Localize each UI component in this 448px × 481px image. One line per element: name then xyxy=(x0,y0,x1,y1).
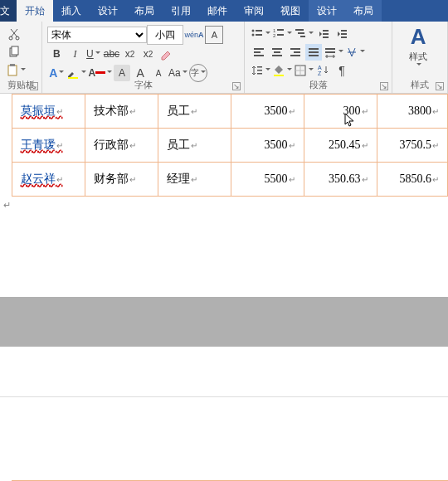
font-launcher-icon[interactable]: ↘ xyxy=(232,82,241,90)
svg-rect-31 xyxy=(294,51,300,53)
sort-button[interactable]: AZ xyxy=(315,62,332,79)
tab-home[interactable]: 开始 xyxy=(17,0,53,22)
cell-c1: 3500 xyxy=(265,138,288,151)
svg-rect-38 xyxy=(257,66,262,68)
cell-c3: 3800 xyxy=(408,104,431,117)
data-table-1[interactable]: 莫振垣↵ 技术部↵ 员工↵ 3500↵ 300↵ 3800↵ 王青瑗↵ 行政部↵… xyxy=(0,94,448,197)
svg-rect-25 xyxy=(254,51,261,53)
character-border-icon[interactable]: A xyxy=(205,26,223,44)
svg-rect-20 xyxy=(323,36,329,38)
borders-button[interactable] xyxy=(294,62,314,79)
numbering-button[interactable]: 12 xyxy=(272,26,292,42)
cell-c1: 5500 xyxy=(265,172,288,185)
group-clipboard: 剪贴板 ↘ xyxy=(0,22,42,93)
underline-button[interactable]: U xyxy=(85,46,101,62)
cell-c2: 350.63 xyxy=(329,172,361,185)
cell-c3: 5850.6 xyxy=(400,172,432,185)
menu-bar: 文件 开始 插入 设计 布局 引用 邮件 审阅 视图 设计 布局 xyxy=(0,0,448,22)
svg-rect-23 xyxy=(341,36,347,38)
tab-table-layout[interactable]: 布局 xyxy=(345,0,382,22)
table-row[interactable]: 王青瑗↵ 行政部↵ 员工↵ 3500↵ 250.45↵ 3750.5↵ xyxy=(0,129,448,163)
subscript-button[interactable]: x2 xyxy=(121,46,138,62)
svg-rect-32 xyxy=(290,55,300,56)
svg-rect-39 xyxy=(257,70,262,71)
svg-rect-26 xyxy=(254,55,264,56)
tab-table-design[interactable]: 设计 xyxy=(309,0,345,22)
svg-rect-3 xyxy=(12,46,18,55)
cell-title: 经理 xyxy=(167,172,190,185)
tab-design[interactable]: 设计 xyxy=(90,0,126,22)
svg-rect-14 xyxy=(277,34,284,36)
svg-rect-28 xyxy=(274,51,280,53)
svg-rect-40 xyxy=(257,73,262,75)
svg-rect-37 xyxy=(325,51,335,53)
cell-dept: 财务部 xyxy=(94,172,129,185)
strikethrough-button[interactable]: abc xyxy=(103,46,119,62)
tab-review[interactable]: 审阅 xyxy=(236,0,272,22)
styles-button[interactable]: A 样式 xyxy=(398,26,438,66)
paste-button[interactable] xyxy=(6,62,26,79)
table-row[interactable]: 赵云祥↵ 财务部↵ 经理↵ 5500↵ 350.63↵ 5850.6↵ xyxy=(0,163,448,197)
font-size-input[interactable] xyxy=(147,25,183,45)
svg-point-9 xyxy=(251,34,254,36)
svg-rect-17 xyxy=(300,36,305,37)
italic-button[interactable]: I xyxy=(66,46,83,62)
cell-dept: 行政部 xyxy=(94,138,129,151)
shading-button[interactable] xyxy=(272,62,292,79)
align-left-button[interactable] xyxy=(251,44,267,61)
svg-rect-12 xyxy=(277,29,284,31)
bullets-button[interactable] xyxy=(251,26,270,42)
font-name-select[interactable]: 宋体 xyxy=(47,27,147,43)
show-marks-button[interactable]: ¶ xyxy=(334,62,350,79)
tab-view[interactable]: 视图 xyxy=(272,0,309,22)
bold-button[interactable]: B xyxy=(48,46,65,62)
align-right-button[interactable] xyxy=(287,44,304,61)
tab-file[interactable]: 文件 xyxy=(0,0,17,22)
multilevel-list-button[interactable] xyxy=(294,26,314,42)
group-font: 宋体 wénA A B I U abc x2 x2 A A A A A Aa 字… xyxy=(42,22,245,93)
svg-point-7 xyxy=(251,30,254,32)
mouse-cursor-icon xyxy=(344,113,356,128)
tab-insert[interactable]: 插入 xyxy=(53,0,90,22)
tab-mailings[interactable]: 邮件 xyxy=(199,0,236,22)
svg-rect-15 xyxy=(295,29,304,31)
cell-title: 员工 xyxy=(167,104,190,117)
svg-rect-22 xyxy=(341,33,347,35)
cell-dept: 技术部 xyxy=(94,104,129,117)
copy-icon[interactable] xyxy=(6,44,22,61)
group-label-font: 字体 xyxy=(42,79,244,91)
cell-c1: 3500 xyxy=(265,104,288,117)
decrease-indent-button[interactable] xyxy=(315,26,332,42)
cell-name: 莫振垣 xyxy=(21,104,56,117)
ribbon: 剪贴板 ↘ 宋体 wénA A B I U abc x2 x2 A A A A … xyxy=(0,22,448,94)
clipboard-launcher-icon[interactable]: ↘ xyxy=(30,82,38,90)
svg-rect-30 xyxy=(290,48,300,50)
svg-rect-33 xyxy=(309,48,319,50)
distributed-button[interactable] xyxy=(324,44,343,61)
svg-rect-24 xyxy=(254,48,264,50)
svg-text:A: A xyxy=(318,65,322,70)
paragraph-launcher-icon[interactable]: ↘ xyxy=(380,82,388,90)
svg-rect-5 xyxy=(10,64,15,66)
paragraph-mark-icon: ↵ xyxy=(0,197,448,214)
clear-formatting-icon[interactable] xyxy=(158,46,174,62)
table-row[interactable]: 莫振垣↵ 技术部↵ 员工↵ 3500↵ 300↵ 3800↵ xyxy=(0,95,448,129)
styles-launcher-icon[interactable]: ↘ xyxy=(436,82,444,90)
svg-rect-18 xyxy=(323,30,329,32)
cell-c3: 3750.5 xyxy=(400,138,432,151)
phonetic-guide-icon[interactable]: wénA xyxy=(184,27,203,43)
justify-button[interactable] xyxy=(305,44,322,61)
document-page-1: 莫振垣↵ 技术部↵ 员工↵ 3500↵ 300↵ 3800↵ 王青瑗↵ 行政部↵… xyxy=(0,94,448,297)
svg-rect-21 xyxy=(341,30,347,32)
tab-layout[interactable]: 布局 xyxy=(126,0,163,22)
increase-indent-button[interactable] xyxy=(334,26,350,42)
superscript-button[interactable]: x2 xyxy=(139,46,156,62)
line-spacing-button[interactable] xyxy=(251,62,270,79)
cell-name: 赵云祥 xyxy=(21,172,56,185)
align-center-button[interactable] xyxy=(269,44,285,61)
cut-icon[interactable] xyxy=(6,26,22,42)
tab-references[interactable]: 引用 xyxy=(163,0,199,22)
asian-layout-button[interactable] xyxy=(345,44,365,61)
svg-rect-8 xyxy=(256,30,262,32)
group-label-paragraph: 段落 xyxy=(245,79,392,91)
